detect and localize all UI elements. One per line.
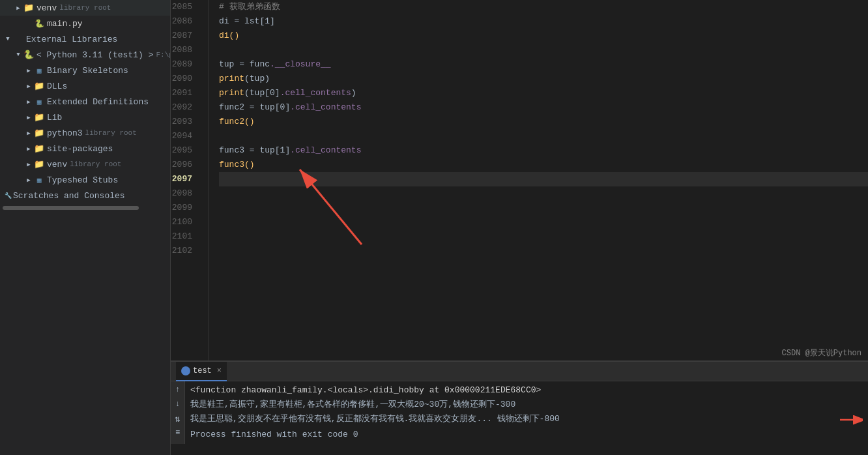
line-num-2100: 2100: [171, 215, 200, 229]
arrow-icon: ▶: [23, 175, 34, 185]
terminal-tab-test[interactable]: test ×: [176, 362, 227, 381]
folder-icon: 📁: [34, 112, 44, 123]
code-text: print: [219, 72, 244, 86]
binary-skeletons-label: Binary Skeletons: [47, 66, 128, 76]
dlls-label: DLLs: [47, 81, 67, 91]
code-line-2101: [219, 229, 868, 244]
main-py-label: main.py: [47, 19, 83, 29]
bars-icon: ▦: [34, 65, 44, 76]
terminal-tab-close[interactable]: ×: [217, 366, 222, 375]
code-line-2091: print(tup[0].cell_contents): [219, 86, 868, 100]
scroll-down-button[interactable]: ↓: [172, 398, 184, 410]
line-num-2093: 2093: [171, 115, 200, 129]
line-num-2088: 2088: [171, 43, 200, 57]
code-line-2098: [219, 186, 868, 201]
code-text: func3(): [219, 158, 255, 172]
line-num-2087: 2087: [171, 29, 200, 43]
terminal-line-1: <function zhaowanli_family.<locals>.didi…: [190, 384, 863, 397]
line-num-2102: 2102: [171, 244, 200, 258]
terminal-side-controls: ↑ ↓ ⇅ ≡: [171, 381, 185, 444]
sidebar-scrollbar[interactable]: [3, 206, 139, 210]
sidebar-item-python3[interactable]: ▶ 📁 python3 library root: [0, 125, 170, 141]
scratches-label: Scratches and Consoles: [13, 191, 125, 201]
typeshed-label: Typeshed Stubs: [47, 175, 118, 185]
python3-label: python3: [47, 128, 83, 138]
arrow-icon: ▶: [23, 159, 34, 169]
code-line-2092: func2 = tup[0].cell_contents: [219, 100, 868, 115]
sidebar-item-main-py[interactable]: ▶ 🐍 main.py: [0, 16, 170, 31]
python-file-icon: 🐍: [34, 18, 44, 29]
sidebar-item-python311[interactable]: ▼ 🐍 < Python 3.11 (test1) > F:\p: [0, 47, 170, 63]
sort-button[interactable]: ⇅: [172, 413, 184, 424]
watermark: CSDN @景天说Python: [782, 347, 861, 359]
sidebar-item-site-packages[interactable]: ▶ 📁 site-packages: [0, 141, 170, 156]
sidebar: ▶ 📁 venv library root ▶ 🐍 main.py ▼ Exte…: [0, 0, 171, 455]
line-numbers: 2085 2086 2087 2088 2089 2090 2091 2092 …: [171, 0, 209, 360]
line-num-2099: 2099: [171, 201, 200, 215]
terminal-inner: <function zhaowanli_family.<locals>.didi…: [185, 381, 868, 444]
venv-sublabel: library root: [59, 4, 111, 12]
line-num-2089: 2089: [171, 57, 200, 72]
code-content[interactable]: # 获取弟弟函数 di = lst[1] di() tup = func.__c…: [209, 0, 868, 360]
code-text: func2 = tup[0]: [219, 100, 290, 115]
venv-label: venv: [36, 3, 57, 13]
code-line-2090: print(tup): [219, 72, 868, 86]
code-text: # 获取弟弟函数: [219, 0, 280, 14]
terminal-line-2: 我是鞋王,高振守,家里有鞋柜,各式各样的奢侈鞋,一双大概20~30万,钱物还剩下…: [190, 398, 863, 411]
align-button[interactable]: ≡: [172, 427, 184, 439]
line-num-2101: 2101: [171, 229, 200, 244]
scroll-up-button[interactable]: ↑: [172, 384, 184, 396]
terminal-content: <function zhaowanli_family.<locals>.didi…: [185, 381, 868, 444]
code-line-2100: [219, 215, 868, 229]
code-text: di(): [219, 29, 239, 43]
code-text: tup = func: [219, 57, 270, 72]
arrow-icon: 🔧: [3, 190, 13, 201]
code-text: func2(): [219, 115, 255, 129]
arrow-icon: ▶: [23, 96, 34, 107]
terminal-line-3: 我是王思聪,交朋友不在乎他有没有钱,反正都没有我有钱.我就喜欢交女朋友... 钱…: [190, 413, 863, 426]
line-num-2097: 2097: [171, 172, 200, 186]
bars-icon: ▦: [34, 175, 44, 185]
main-area: ▶ 📁 venv library root ▶ 🐍 main.py ▼ Exte…: [0, 0, 868, 455]
extended-defs-label: Extended Definitions: [47, 97, 149, 107]
sidebar-item-typeshed[interactable]: ▶ ▦ Typeshed Stubs: [0, 172, 170, 188]
line-num-2085: 2085: [171, 0, 200, 14]
code-text: print: [219, 86, 244, 100]
sidebar-item-binary-skeletons[interactable]: ▶ ▦ Binary Skeletons: [0, 63, 170, 78]
code-line-2085: # 获取弟弟函数: [219, 0, 868, 14]
code-area: 2085 2086 2087 2088 2089 2090 2091 2092 …: [171, 0, 868, 360]
sidebar-item-extended-defs[interactable]: ▶ ▦ Extended Definitions: [0, 94, 170, 110]
editor: 2085 2086 2087 2088 2089 2090 2091 2092 …: [171, 0, 868, 455]
sidebar-item-lib[interactable]: ▶ 📁 Lib: [0, 110, 170, 125]
bottom-row: ↑ ↓ ⇅ ≡ <function zhaowanli_family.<loca…: [171, 381, 868, 444]
code-line-2087: di(): [219, 29, 868, 43]
sidebar-item-venv[interactable]: ▶ 📁 venv library root: [0, 0, 170, 16]
arrow-icon: ▶: [23, 65, 34, 76]
code-line-2097: [219, 172, 868, 186]
site-packages-label: site-packages: [47, 144, 113, 154]
arrow-icon: ▼: [13, 50, 23, 60]
folder-icon: 📁: [34, 81, 44, 91]
line-num-2096: 2096: [171, 158, 200, 172]
code-line-2099: [219, 201, 868, 215]
external-libs-label: External Libraries: [26, 35, 117, 44]
code-text: (tup[0]: [244, 86, 280, 100]
sidebar-item-venv2[interactable]: ▶ 📁 venv library root: [0, 156, 170, 172]
sidebar-item-scratches[interactable]: 🔧 Scratches and Consoles: [0, 188, 170, 203]
folder-icon: 📁: [34, 128, 44, 138]
line-num-2092: 2092: [171, 100, 200, 115]
lib-label: Lib: [47, 113, 62, 123]
code-text: .cell_contents: [290, 100, 361, 115]
line-num-2090: 2090: [171, 72, 200, 86]
terminal-red-arrow: [840, 414, 863, 426]
sidebar-item-external-libs[interactable]: ▼ External Libraries: [0, 31, 170, 47]
line-num-2098: 2098: [171, 186, 200, 201]
folder-icon: 📁: [34, 143, 44, 154]
terminal-area: test × ↑ ↓ ⇅ ≡ <function zhaowanli_famil: [171, 360, 868, 455]
code-line-2093: func2(): [219, 115, 868, 129]
arrow-icon: ▶: [23, 81, 34, 91]
line-num-2091: 2091: [171, 86, 200, 100]
sidebar-item-dlls[interactable]: ▶ 📁 DLLs: [0, 78, 170, 94]
venv2-sublabel: library root: [70, 160, 121, 168]
terminal-tabs: test ×: [171, 362, 868, 381]
